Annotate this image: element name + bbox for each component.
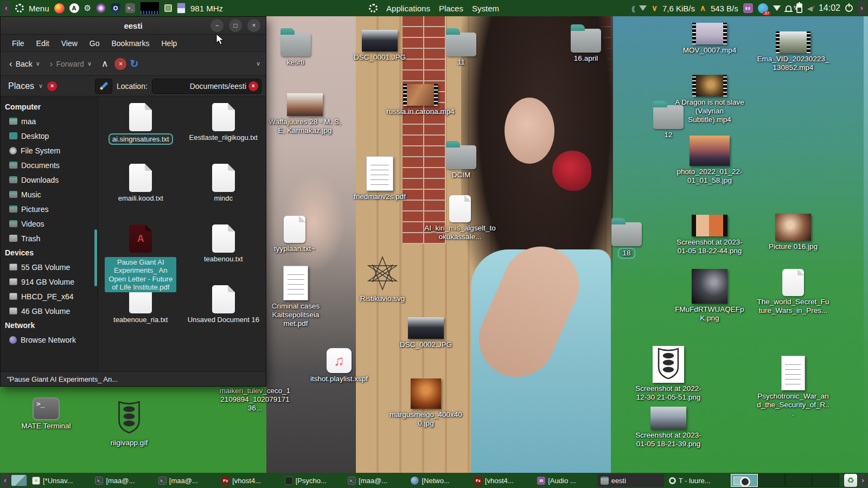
sidebar-item-documents[interactable]: Documents [1,158,98,172]
desktop-icon-tyyplaan-txt[interactable]: tyyplaan.txt~ [257,216,333,253]
desktop-icon-dsc-0002-jpg[interactable]: DSC_0002.JPG [388,317,464,349]
desktop-icon-the-world-secret-future-wars-in-pres[interactable]: The_world_Secret_Future_Wars_in_Pres... [755,269,831,315]
desktop-icon-itshot-playlist-xspf[interactable]: ♫itshot.playlist.xspf [301,348,377,383]
menu-edit[interactable]: Edit [31,37,54,49]
workspace-4[interactable] [812,474,839,487]
sidebar-scrollbar[interactable] [94,229,97,286]
places-dropdown[interactable]: Places ∨ × [5,81,91,91]
menu-help[interactable]: Help [157,37,182,49]
desktop-icon-riigivapp-gif[interactable]: riigivapp.gif [91,399,167,447]
volume-muted-icon[interactable]: ◀∕ [807,4,814,12]
workspace-1[interactable] [731,474,758,487]
sidebar-item-pictures[interactable]: Pictures [1,202,98,216]
taskbar-collapse-right-button[interactable]: › [859,474,867,487]
desktop-icon-mate-terminal[interactable]: >_MATE Terminal [8,397,84,431]
file-list-area[interactable]: ai.singnsatures.txtEestlaste_riigikogu.t… [98,97,266,371]
menu-view[interactable]: View [56,37,82,49]
terminal-launcher-icon[interactable]: >_ [125,3,135,13]
desktop-icon-11[interactable]: 11 [423,28,499,67]
taskbar-button-eesti[interactable]: eesti [597,474,664,487]
taskbar-button-vhost4[interactable]: Fz[vhost4... [471,474,532,487]
desktop-icon-screenshot-at-2023-01-05-18-22-44-png[interactable]: Screenshot at 2023-01-05 18-22-44.png [672,215,748,255]
menu-file[interactable]: File [7,37,29,49]
menu-go[interactable]: Go [85,37,105,49]
back-dropdown-icon[interactable]: ∨ [36,60,40,67]
sidebar-item-46-gb-volume[interactable]: 46 GB Volume [1,304,98,318]
sidebar-item-downloads[interactable]: Downloads [1,172,98,187]
up-button[interactable]: ∧ [98,58,111,69]
desktop-icon-kesrti[interactable]: kesrti [258,28,334,67]
search-tool-icon[interactable]: A [69,3,79,13]
window-titlebar[interactable]: eesti − □ × [1,17,266,35]
menu-system[interactable]: System [472,4,499,13]
file-item-mindc[interactable]: mindc [182,164,265,224]
desktop-icon-ristikuvio-svg[interactable]: Ristikuvio.svg [344,256,420,303]
taskbar-button-maa[interactable]: >_[maa@... [344,474,406,487]
notification-bell-icon[interactable] [786,5,792,11]
desktop-icon-ai-kiri-mis-algselt-tookukassale[interactable]: AI_kiri_mis_algselt_tookukassale... [422,195,498,241]
desktop-icon-psychotronic-war-and-the-security-of-r[interactable]: Psychotronic_War_and_the_Security_of_R..… [755,356,831,419]
menu-places[interactable]: Places [439,4,463,13]
location-input[interactable]: Documents/eesti × [152,79,261,94]
sidebar-item-914-gb-volume[interactable]: 914 GB Volume [1,274,98,289]
panel-collapse-left-button[interactable]: ‹ [2,1,10,15]
desktop-icon-margusmeigo-400x400-jpg[interactable]: margusmeigo_400x400.jpg [388,378,464,428]
file-item-teabenou-txt[interactable]: teabenou.txt [182,224,265,285]
workspace-2[interactable] [758,474,785,487]
file-item-eestlaste-riigikogu-txt[interactable]: Eestlaste_riigikogu.txt [182,103,265,164]
location-clear-icon[interactable]: × [248,81,258,91]
desktop-icon-ema-vid-20230223-130852-mp4[interactable]: Ema_VID_20230223_130852.mp4 [755,31,831,72]
menu-label[interactable]: Menu [29,4,49,13]
workspace-switcher[interactable] [731,474,839,487]
settings-gears-icon[interactable]: ⚙ [84,3,91,13]
desktop-icon-dcim[interactable]: DCIM [423,141,499,179]
desktop-icon-fmufdrtwuaqefpk-png[interactable]: FMuFdRTWUAQEFpK.png [672,269,748,323]
taskbar-button-vhost4[interactable]: Fz[vhost4... [218,474,279,487]
desktop-icon-12[interactable]: 12 [630,101,706,139]
taskbar-trash-icon[interactable]: ♻ [844,474,857,487]
sidebar-item-videos[interactable]: Videos [1,216,98,231]
menu-bookmarks[interactable]: Bookmarks [106,37,154,49]
sidebar-item-trash[interactable]: Trash [1,231,98,246]
taskbar-button-maa[interactable]: >_[maa@... [155,474,216,487]
edit-location-button[interactable] [95,79,112,94]
show-desktop-button[interactable] [11,474,27,486]
taskbar-button-audio[interactable]: ‖‖[Audio ... [534,474,595,487]
file-item-unsaved-document-16[interactable]: Unsaved Document 16 [182,285,265,346]
taskbar-button-unsav[interactable]: ≡[*Unsav... [29,474,90,487]
desktop-icon-dsc-0001-jpg[interactable]: DSC_0001.JPG [342,30,418,62]
desktop-icon-friedmanv2s-pdf[interactable]: friedmanv2s.pdf [342,156,418,201]
network-tray-icon[interactable] [773,5,781,11]
file-item-emaili-kood-txt[interactable]: emaili.kood.txt [99,164,182,224]
panel-collapse-right-button[interactable]: › [858,1,866,15]
stop-button[interactable]: × [114,58,126,70]
file-item-teabenoue-ria-txt[interactable]: teabenoue_ria.txt [99,285,182,346]
desktop-icon-russia-in-carona-mp4[interactable]: russia in carona.mp4 [382,84,458,116]
power-icon[interactable] [845,4,853,12]
file-item-ai-singnsatures-txt[interactable]: ai.singnsatures.txt [99,103,182,164]
sidebar-item-maa[interactable]: maa [1,114,98,129]
minimize-button[interactable]: − [210,19,224,32]
desktop-icon-screenshot-at-2022-12-30-21-05-51-png[interactable]: Screenshot at 2022-12-30 21-05-51.png [630,346,706,402]
sidebar-item-desktop[interactable]: Desktop [1,129,98,143]
battery-charging-icon[interactable] [796,3,802,13]
forward-dropdown-icon[interactable]: ∨ [87,60,92,67]
system-monitor-graph[interactable] [140,2,159,15]
sidebar-item-55-gb-volume[interactable]: 55 GB Volume [1,260,98,274]
desktop-icon-photo-2022-01-22-01-01-58-jpg[interactable]: photo_2022_01_22-01_01_58.jpg [672,136,748,185]
desktop-icon-criminal-cases-kaitsepolitseia-met-pdf[interactable]: Criminal cases Kaitsepolitseia met.pdf [258,266,334,329]
back-button[interactable]: ‹ Back ∨ [6,56,43,72]
cpu-chip-icon[interactable] [164,4,172,12]
close-button[interactable]: × [247,19,260,32]
desktop-icon-18[interactable]: 18 [589,218,665,259]
mate-menu-icon[interactable] [15,4,24,12]
desktop-icon-screenshot-at-2023-01-05-18-21-39-png[interactable]: Screenshot at 2023-01-05 18-21-39.png [630,407,706,448]
file-item-pause-giant-ai-experiments-an-open-lette[interactable]: APause Giant AI Experiments_ An Open Let… [99,224,182,285]
forward-button[interactable]: › Forward ∨ [47,56,95,72]
firefox-icon[interactable] [54,3,65,14]
taskbar-button-t-luure[interactable]: T - luure... [666,474,727,487]
taskbar-button-maa[interactable]: >_[maa@... [92,474,153,487]
sidebar-item-browse-network[interactable]: Browse Network [1,332,98,347]
desktop-icon-maiken-tulev-ceco-12109894-10207917136[interactable]: maiken_tulev_ceco_12109894_10207917136..… [217,385,293,413]
places-close-icon[interactable]: × [47,81,57,91]
